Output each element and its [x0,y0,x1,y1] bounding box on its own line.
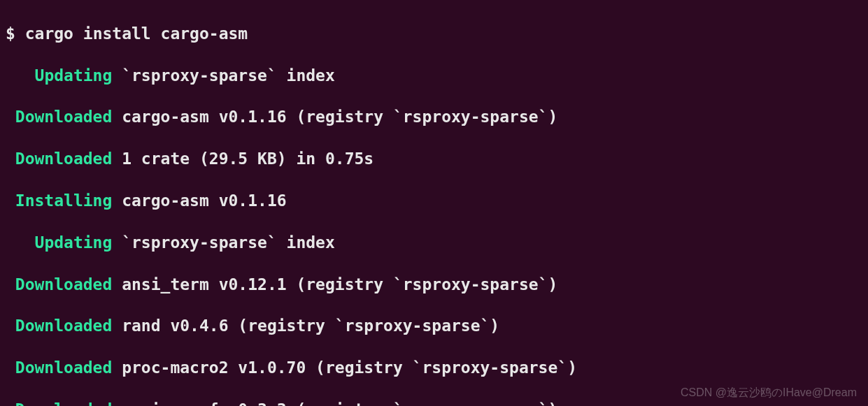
output-line: Downloaded 1 crate (29.5 KB) in 0.75s [6,149,862,170]
status-label: Downloaded [15,358,112,377]
status-text: cargo-asm v0.1.16 [122,191,286,210]
status-text: cargo-asm v0.1.16 (registry `rsproxy-spa… [122,108,557,126]
status-text: ansi_term v0.12.1 (registry `rsproxy-spa… [122,275,557,293]
status-text: proc-macro2 v1.0.70 (registry `rsproxy-s… [122,358,577,377]
output-line: Downloaded cargo-asm v0.1.16 (registry `… [6,107,862,128]
watermark-text: CSDN @逸云沙鸥のIHave@Dream [681,386,857,400]
output-line: Downloaded owning_ref v0.3.3 (registry `… [6,400,862,406]
output-line: Updating `rsproxy-sparse` index [6,66,862,87]
terminal-output: $ cargo install cargo-asm Updating `rspr… [0,0,868,406]
status-text: `rsproxy-sparse` index [122,66,335,85]
output-line: Downloaded ansi_term v0.12.1 (registry `… [6,275,862,296]
output-line: Installing cargo-asm v0.1.16 [6,191,862,212]
status-label: Downloaded [15,400,112,406]
prompt: $ [6,24,25,43]
status-text: 1 crate (29.5 KB) in 0.75s [122,150,373,168]
output-line: Updating `rsproxy-sparse` index [6,233,862,254]
status-label: Downloaded [15,150,112,168]
status-label: Downloaded [15,317,112,335]
status-text: `rsproxy-sparse` index [122,233,335,252]
status-text: rand v0.4.6 (registry `rsproxy-sparse`) [122,317,499,335]
status-label: Installing [15,191,112,210]
output-line: Downloaded rand v0.4.6 (registry `rsprox… [6,316,862,337]
command-text: cargo install cargo-asm [25,24,248,43]
status-label: Updating [35,233,113,252]
status-text: owning_ref v0.3.3 (registry `rsproxy-spa… [122,400,557,406]
status-label: Downloaded [15,275,112,293]
output-line: Downloaded proc-macro2 v1.0.70 (registry… [6,358,862,379]
status-label: Updating [35,66,113,85]
command-line[interactable]: $ cargo install cargo-asm [6,24,862,45]
status-label: Downloaded [15,108,112,126]
